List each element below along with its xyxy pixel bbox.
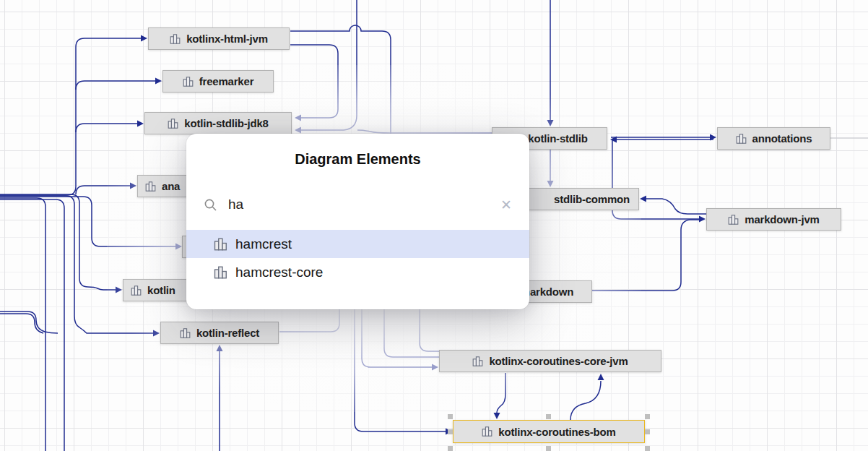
- result-label: hamcrest-core: [235, 265, 323, 280]
- library-icon: [736, 133, 747, 145]
- close-icon[interactable]: ✕: [500, 198, 512, 212]
- selection-handle[interactable]: [448, 429, 453, 434]
- library-icon: [482, 426, 493, 437]
- node-freemarker[interactable]: freemarker: [162, 70, 274, 93]
- node-label: kotlinx-html-jvm: [186, 33, 268, 45]
- node-annotations[interactable]: annotations: [717, 127, 830, 150]
- search-results: hamcrest hamcrest-core: [186, 230, 529, 286]
- library-icon: [145, 181, 157, 192]
- popup-title: Diagram Elements: [186, 151, 529, 168]
- search-row: ✕: [186, 190, 529, 219]
- node-markdown-jvm[interactable]: markdown-jvm: [706, 208, 841, 231]
- search-icon: [204, 198, 217, 212]
- library-icon: [214, 237, 228, 252]
- library-icon: [472, 356, 484, 367]
- selection-handle[interactable]: [645, 446, 650, 451]
- diagram-elements-popup: Diagram Elements ✕ hamcrest hamcrest-cor…: [186, 134, 529, 309]
- result-hamcrest-core[interactable]: hamcrest-core: [186, 258, 529, 286]
- node-label: ana: [162, 180, 180, 192]
- node-kotlinx-html-jvm[interactable]: kotlinx-html-jvm: [148, 27, 290, 50]
- library-icon: [168, 118, 179, 129]
- node-kotlin-stdlib-jdk8[interactable]: kotlin-stdlib-jdk8: [144, 112, 292, 134]
- node-label: freemarker: [199, 75, 254, 87]
- node-label: stdlib-common: [554, 193, 630, 205]
- library-icon: [728, 214, 739, 226]
- result-label: hamcrest: [235, 236, 292, 252]
- library-icon: [170, 33, 181, 45]
- library-icon: [214, 265, 228, 280]
- node-kotlinx-coroutines-core-jvm[interactable]: kotlinx-coroutines-core-jvm: [439, 350, 661, 372]
- node-label: kotlin-stdlib-jdk8: [184, 117, 268, 129]
- node-label: kotlin: [147, 284, 175, 296]
- selection-handle[interactable]: [448, 414, 453, 419]
- node-label: kotlin-reflect: [196, 327, 259, 339]
- selection-handle[interactable]: [448, 446, 453, 451]
- selection-handle[interactable]: [645, 414, 650, 419]
- library-icon: [180, 327, 191, 339]
- node-label: kotlin-stdlib: [528, 132, 587, 145]
- node-kotlin-reflect[interactable]: kotlin-reflect: [160, 322, 279, 344]
- library-icon: [183, 76, 194, 87]
- node-label: markdown-jvm: [745, 213, 819, 226]
- search-input[interactable]: [227, 196, 500, 213]
- library-icon: [131, 285, 142, 296]
- result-hamcrest[interactable]: hamcrest: [186, 230, 529, 258]
- selection-handle[interactable]: [546, 414, 551, 419]
- selection-handle[interactable]: [645, 429, 650, 434]
- node-kotlinx-coroutines-bom[interactable]: kotlinx-coroutines-bom: [453, 420, 645, 443]
- node-label: kotlinx-coroutines-bom: [498, 426, 615, 438]
- node-label: annotations: [752, 132, 812, 145]
- diagram-canvas[interactable]: kotlinx-html-jvm freemarker kotlin-stdli…: [0, 0, 868, 451]
- node-label: kotlinx-coroutines-core-jvm: [489, 355, 628, 367]
- selection-handle[interactable]: [546, 446, 551, 451]
